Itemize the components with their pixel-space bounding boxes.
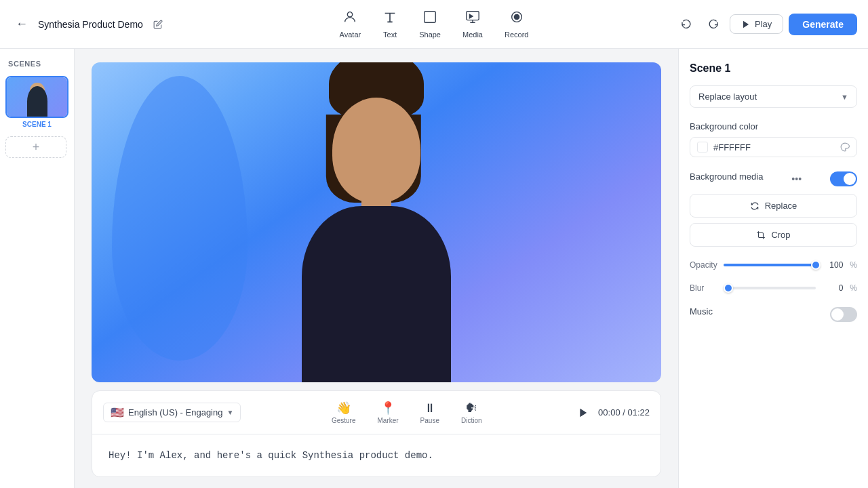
pause-icon: ⏸: [424, 401, 436, 415]
tool-record[interactable]: Record: [494, 4, 539, 44]
generate-button[interactable]: Generate: [789, 14, 857, 35]
pencil-icon: [153, 20, 163, 29]
svg-point-0: [348, 12, 353, 17]
opacity-row: Opacity 100 %: [690, 260, 857, 270]
media-icon: [465, 9, 480, 28]
diction-label: Diction: [461, 417, 482, 424]
tool-media-label: Media: [462, 30, 483, 39]
music-toggle[interactable]: [830, 307, 857, 322]
editor-tools: 👋 Gesture 📍 Marker ⏸ Pause 🗣 Diction: [322, 396, 492, 428]
layout-section: Replace layout ▼: [690, 85, 857, 108]
scene-1-container: SCENE 1: [5, 76, 68, 128]
replace-label: Replace: [765, 201, 797, 211]
music-row: Music: [690, 306, 857, 322]
music-section: Music: [690, 306, 857, 322]
language-selector[interactable]: 🇺🇸 English (US) - Engaging ▼: [103, 403, 241, 422]
sidebar: Scenes SCENE 1 +: [0, 49, 75, 488]
play-icon: [741, 20, 751, 29]
toolbar: ← Synthesia Product Demo Avatar: [0, 0, 868, 49]
opacity-slider[interactable]: [724, 264, 816, 266]
pause-tool[interactable]: ⏸ Pause: [411, 397, 449, 428]
script-text: Hey! I'm Alex, and here's a quick Synthe…: [108, 450, 433, 461]
flag-icon: 🇺🇸: [111, 406, 124, 419]
color-swatch: [697, 142, 708, 152]
undo-button[interactable]: [675, 14, 697, 35]
opacity-percent: %: [850, 260, 857, 270]
playback-info: 00:00 / 01:22: [572, 402, 650, 424]
opacity-value: 100: [823, 260, 843, 270]
bg-media-section: Background media ••• Replace Crop: [690, 171, 857, 247]
redo-icon: [708, 19, 719, 30]
svg-marker-6: [580, 409, 586, 416]
color-picker-icon[interactable]: [840, 142, 850, 152]
canvas-area: 🇺🇸 English (US) - Engaging ▼ 👋 Gesture 📍…: [75, 49, 678, 488]
scene-1-label: SCENE 1: [5, 121, 68, 128]
blur-slider[interactable]: [724, 287, 816, 289]
play-label: Play: [755, 19, 772, 29]
crop-label: Crop: [771, 230, 790, 240]
video-canvas[interactable]: [92, 62, 661, 382]
blur-percent: %: [850, 283, 857, 293]
crop-button[interactable]: Crop: [690, 223, 857, 247]
tool-shape-label: Shape: [419, 30, 441, 39]
chevron-down-icon: ▼: [226, 409, 233, 416]
toolbar-center: Avatar Text Shape: [329, 4, 540, 44]
back-button[interactable]: ←: [11, 14, 33, 35]
avatar-icon: [342, 9, 357, 28]
tool-text[interactable]: Text: [372, 4, 408, 44]
edit-title-button[interactable]: [149, 15, 167, 34]
tool-media[interactable]: Media: [452, 4, 494, 44]
diction-tool[interactable]: 🗣 Diction: [452, 397, 492, 428]
toolbar-left: ← Synthesia Product Demo: [11, 14, 323, 35]
layout-label: Replace layout: [698, 92, 757, 102]
music-toggle-knob: [831, 308, 844, 321]
toolbar-right: Play Generate: [545, 14, 857, 35]
opacity-fill: [724, 264, 816, 266]
toggle-knob: [844, 173, 856, 185]
tool-avatar[interactable]: Avatar: [329, 4, 372, 44]
replace-button[interactable]: Replace: [690, 194, 857, 218]
undo-icon: [681, 19, 692, 30]
play-button[interactable]: Play: [730, 14, 783, 34]
bg-color-label: Background color: [690, 121, 857, 131]
opacity-label: Opacity: [690, 260, 717, 270]
text-editor: 🇺🇸 English (US) - Engaging ▼ 👋 Gesture 📍…: [92, 390, 661, 477]
text-icon: [382, 9, 397, 28]
svg-rect-1: [425, 12, 436, 23]
bg-media-toggle[interactable]: [830, 171, 857, 186]
playback-time: 00:00 / 01:22: [598, 407, 650, 418]
redo-button[interactable]: [703, 14, 724, 35]
svg-rect-2: [467, 12, 479, 20]
shape-icon: [422, 9, 437, 28]
blur-row: Blur 0 %: [690, 283, 857, 293]
text-editor-toolbar: 🇺🇸 English (US) - Engaging ▼ 👋 Gesture 📍…: [92, 391, 660, 434]
tool-record-label: Record: [505, 30, 528, 39]
tool-shape[interactable]: Shape: [408, 4, 452, 44]
panel-title: Scene 1: [690, 62, 857, 75]
scene-thumb-image: [7, 77, 68, 117]
layout-dropdown[interactable]: Replace layout ▼: [690, 85, 857, 108]
text-content-area[interactable]: Hey! I'm Alex, and here's a quick Synthe…: [92, 434, 660, 476]
opacity-thumb: [811, 260, 821, 270]
opacity-section: Opacity 100 %: [690, 260, 857, 270]
marker-label: Marker: [377, 417, 398, 424]
gesture-tool[interactable]: 👋 Gesture: [322, 396, 366, 428]
right-panel: Scene 1 Replace layout ▼ Background colo…: [678, 49, 868, 488]
avatar-body: [302, 206, 451, 382]
layout-chevron-icon: ▼: [841, 93, 848, 101]
pause-label: Pause: [420, 417, 439, 424]
blur-thumb: [724, 283, 733, 293]
replace-icon: [750, 201, 760, 211]
svg-point-4: [514, 14, 519, 19]
marker-tool[interactable]: 📍 Marker: [368, 396, 408, 428]
main-content: Scenes SCENE 1 +: [0, 49, 868, 488]
color-input-row[interactable]: #FFFFFF: [690, 137, 857, 157]
scenes-label: Scenes: [5, 60, 68, 68]
playback-play-icon: [578, 408, 588, 418]
add-scene-button[interactable]: +: [5, 136, 66, 158]
record-icon: [509, 9, 524, 28]
playback-play-button[interactable]: [572, 402, 594, 424]
gesture-icon: 👋: [336, 401, 351, 415]
scene-1-thumbnail[interactable]: [5, 76, 68, 118]
bg-media-options-button[interactable]: •••: [789, 171, 805, 187]
